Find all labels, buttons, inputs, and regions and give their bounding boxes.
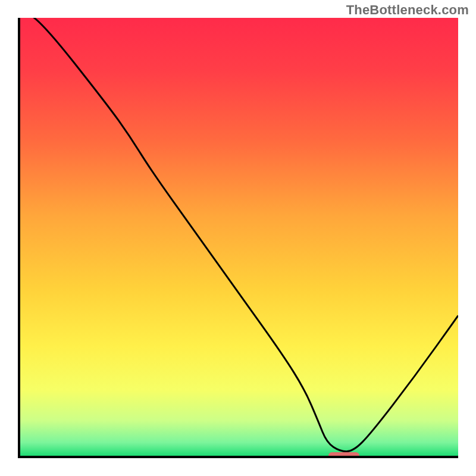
curve-layer [20,18,458,456]
bottleneck-curve-path [20,18,458,452]
optimal-range-marker [328,452,359,458]
bottleneck-chart: TheBottleneck.com [0,0,476,476]
plot-area [18,18,458,458]
watermark-text: TheBottleneck.com [346,2,469,18]
